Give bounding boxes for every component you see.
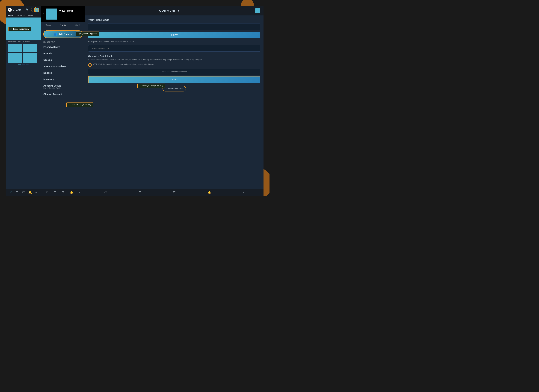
community-bottom-nav: 🏷 ☰ 🛡 🔔 ≡: [85, 189, 264, 196]
menu-item-account-label: Account Details: [43, 84, 61, 87]
profile-avatar: [46, 9, 57, 19]
tab-wallet[interactable]: Wallet: [70, 22, 85, 28]
store-thumbnails: [6, 44, 41, 52]
note-text-content: NOTE: Each link can only be used once an…: [93, 63, 154, 66]
menu-item-groups[interactable]: Groups: [41, 57, 85, 63]
community-bottom-bell-icon[interactable]: 🔔: [208, 191, 211, 194]
steam-icon: S: [8, 8, 12, 12]
main-container: S STEAM 🔍 ⋮ MENU ▾ WISHLIST WALLET FEATU…: [6, 6, 264, 196]
profile-header-right: View Profile: [59, 9, 73, 13]
store-nav: MENU ▾ WISHLIST WALLET: [6, 14, 41, 18]
menu-item-inventory-label: Inventory: [43, 78, 54, 80]
profile-bottom-menu-icon[interactable]: ≡: [79, 191, 80, 194]
menu-item-friends-label: Friends: [43, 52, 52, 55]
tab-friends[interactable]: Friends: [56, 22, 70, 28]
community-header: COMMUNITY ⋮: [85, 6, 264, 15]
profile-header: ‹ View Profile: [41, 6, 85, 22]
annotation-1-text: 1) Жмем на аватарку: [10, 28, 29, 30]
add-friends-icon: 👥: [54, 33, 57, 36]
search-icon[interactable]: 🔍: [26, 8, 29, 11]
menu-item-friends[interactable]: Friends: [41, 50, 85, 57]
my-content-label: MY CONTENT: [41, 40, 85, 44]
note-text: ✓ NOTE: Each link can only be used once …: [88, 63, 260, 67]
thumbnail-1[interactable]: [8, 44, 22, 52]
view-profile-button[interactable]: View Profile: [59, 9, 73, 13]
progress-dot-3: [26, 65, 29, 65]
menu-item-friend-activity[interactable]: Friend Activity: [41, 44, 85, 50]
store-bottom-list-icon[interactable]: ☰: [16, 191, 19, 194]
nav-menu[interactable]: MENU: [8, 14, 13, 16]
profile-bottom-list-icon[interactable]: ☰: [54, 191, 56, 194]
annotation-2: 2) «Добавить друзей»: [76, 32, 99, 36]
thumbnail-3[interactable]: [8, 53, 22, 63]
copy-button-1[interactable]: COPY: [88, 32, 260, 38]
community-bottom-menu-icon[interactable]: ≡: [243, 191, 245, 194]
store-progress: [6, 63, 41, 66]
check-circle-icon: ✓: [88, 63, 92, 67]
featured-title: FEATURED & RECOMMENDED: [6, 40, 41, 44]
annotation-3: 3) Создаем новую ссылку: [66, 103, 93, 107]
thumbnail-4[interactable]: [23, 53, 37, 63]
nav-wallet[interactable]: WALLET: [28, 14, 34, 16]
progress-dot-1: [18, 65, 21, 65]
generate-link-button[interactable]: Generate new link: [163, 86, 186, 91]
account-chevron: ›: [82, 85, 82, 88]
profile-bottom-nav: 🏷 ☰ 🛡 🔔 ≡: [41, 189, 85, 196]
quick-invite-title: Or send a Quick Invite: [88, 55, 260, 57]
store-bottom-menu-icon[interactable]: ≡: [35, 191, 37, 194]
annotation-3-text: 3) Создаем новую ссылку: [68, 104, 91, 106]
profile-bottom-tag-icon[interactable]: 🏷: [45, 191, 48, 194]
community-header-right: ⋮: [250, 8, 260, 13]
panel-community: COMMUNITY ⋮ Your Friend Code COPY Enter …: [85, 6, 264, 196]
annotation-1: 1) Жмем на аватарку: [8, 27, 31, 31]
avatar-highlight-circle: [31, 7, 37, 12]
annotation-2-text: 2) «Добавить друзей»: [78, 33, 97, 35]
copy-button-2[interactable]: COPY: [88, 76, 260, 83]
community-bottom-tag-icon[interactable]: 🏷: [104, 191, 107, 194]
menu-item-friend-activity-label: Friend Activity: [43, 46, 60, 48]
menu-item-badges-label: Badges: [43, 71, 52, 74]
menu-item-inventory[interactable]: Inventory: [41, 76, 85, 82]
menu-item-account-sub: Store, Security, Family: [43, 87, 61, 89]
back-button[interactable]: ‹: [43, 12, 44, 15]
nav-menu-arrow: ▾: [15, 15, 15, 16]
profile-bottom-bell-icon[interactable]: 🔔: [70, 191, 73, 194]
community-avatar: [255, 8, 260, 13]
enter-friend-code-input[interactable]: [88, 45, 260, 52]
friend-code-title: Your Friend Code: [88, 19, 260, 21]
store-bottom-tag-icon[interactable]: 🏷: [10, 191, 12, 194]
menu-item-account[interactable]: Account Details Store, Security, Family …: [41, 82, 85, 91]
steam-logo: S STEAM: [8, 8, 21, 12]
profile-bottom-shield-icon[interactable]: 🛡: [62, 191, 64, 194]
steam-text: STEAM: [13, 9, 21, 11]
menu-item-screenshots[interactable]: Screenshots/Videos: [41, 63, 85, 70]
thumbnail-2[interactable]: [23, 44, 37, 52]
menu-item-change-account-label: Change Account: [43, 93, 62, 95]
friend-code-box: [88, 23, 260, 30]
change-account-chevron: ›: [82, 93, 82, 95]
menu-item-groups-label: Groups: [43, 58, 52, 61]
community-bottom-shield-icon[interactable]: 🛡: [173, 191, 176, 194]
store-bottom-bell-icon[interactable]: 🔔: [29, 191, 32, 194]
annotation-4-text: 4) Копируем новую ссылку: [140, 85, 163, 87]
community-bottom-list-icon[interactable]: ☰: [139, 191, 141, 194]
progress-dot-2: [22, 65, 25, 65]
community-bottom: Generate new link: [88, 84, 260, 93]
store-bottom-shield-icon[interactable]: 🛡: [22, 191, 25, 194]
menu-item-screenshots-label: Screenshots/Videos: [43, 65, 66, 68]
add-friends-label: Add friends: [58, 33, 72, 35]
menu-item-change-account[interactable]: Change Account ›: [41, 91, 85, 97]
annotation-4: 4) Копируем новую ссылку: [137, 84, 165, 88]
panel-store: S STEAM 🔍 ⋮ MENU ▾ WISHLIST WALLET FEATU…: [6, 6, 41, 196]
menu-item-badges[interactable]: Badges: [41, 70, 85, 76]
quick-invite-desc: Generate a link to share via email or SM…: [88, 58, 260, 61]
menu-item-account-content: Account Details Store, Security, Family: [43, 84, 61, 89]
invite-link-box: https://s.team/p/ваша/ссылка: [88, 69, 260, 75]
community-content: Your Friend Code COPY Enter your friend'…: [85, 15, 264, 96]
tab-games[interactable]: Games: [41, 22, 56, 28]
friend-code-desc: Enter your friend's Friend Code to invit…: [88, 40, 260, 43]
community-title: COMMUNITY: [159, 9, 180, 12]
community-more-icon[interactable]: ⋮: [250, 9, 253, 12]
nav-wishlist[interactable]: WISHLIST: [17, 14, 26, 16]
profile-tabs: Games Friends Wallet: [41, 22, 85, 28]
